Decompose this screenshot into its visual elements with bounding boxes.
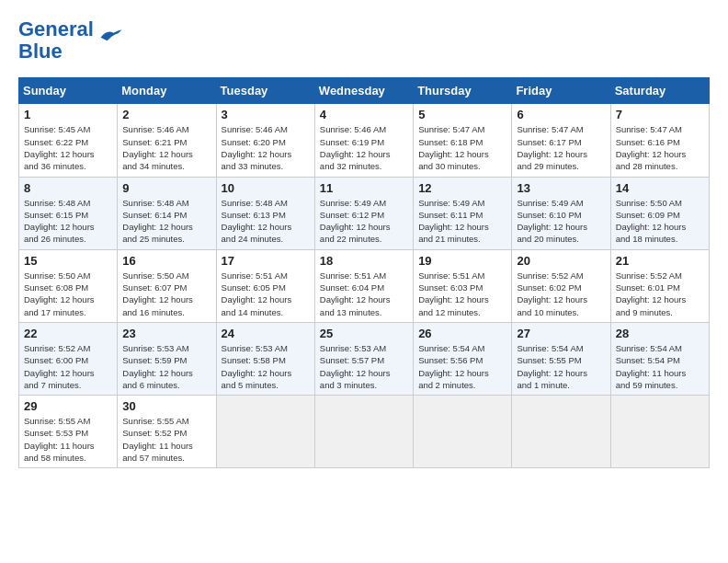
calendar-cell: 10Sunrise: 5:48 AM Sunset: 6:13 PM Dayli… [216, 177, 314, 249]
calendar-cell [414, 396, 512, 468]
calendar-cell: 21Sunrise: 5:52 AM Sunset: 6:01 PM Dayli… [610, 249, 709, 322]
calendar-week-5: 29Sunrise: 5:55 AM Sunset: 5:53 PM Dayli… [19, 396, 710, 468]
day-info: Sunrise: 5:50 AM Sunset: 6:09 PM Dayligh… [616, 197, 704, 246]
calendar-cell: 2Sunrise: 5:46 AM Sunset: 6:21 PM Daylig… [118, 104, 216, 177]
calendar-cell: 28Sunrise: 5:54 AM Sunset: 5:54 PM Dayli… [610, 322, 709, 395]
day-number: 6 [517, 108, 605, 121]
day-info: Sunrise: 5:51 AM Sunset: 6:04 PM Dayligh… [320, 270, 408, 318]
calendar-cell: 6Sunrise: 5:47 AM Sunset: 6:17 PM Daylig… [512, 104, 610, 177]
day-info: Sunrise: 5:46 AM Sunset: 6:21 PM Dayligh… [122, 123, 210, 172]
day-info: Sunrise: 5:45 AM Sunset: 6:22 PM Dayligh… [24, 123, 112, 172]
weekday-header-monday: Monday [118, 78, 216, 104]
calendar-week-1: 1Sunrise: 5:45 AM Sunset: 6:22 PM Daylig… [19, 104, 710, 177]
weekday-header-saturday: Saturday [610, 78, 709, 104]
day-number: 7 [616, 108, 704, 121]
day-number: 16 [122, 254, 210, 268]
day-info: Sunrise: 5:52 AM Sunset: 6:01 PM Dayligh… [616, 270, 704, 318]
day-number: 2 [122, 108, 210, 121]
calendar-cell: 30Sunrise: 5:55 AM Sunset: 5:52 PM Dayli… [118, 396, 216, 468]
day-number: 28 [616, 327, 704, 340]
day-number: 10 [222, 181, 310, 195]
day-number: 4 [320, 108, 408, 121]
calendar-cell: 3Sunrise: 5:46 AM Sunset: 6:20 PM Daylig… [216, 104, 314, 177]
day-info: Sunrise: 5:54 AM Sunset: 5:54 PM Dayligh… [616, 342, 704, 391]
calendar-cell: 19Sunrise: 5:51 AM Sunset: 6:03 PM Dayli… [414, 249, 512, 322]
logo: GeneralBlue [18, 18, 123, 63]
day-info: Sunrise: 5:47 AM Sunset: 6:18 PM Dayligh… [418, 123, 506, 172]
day-number: 18 [320, 254, 408, 268]
day-info: Sunrise: 5:49 AM Sunset: 6:12 PM Dayligh… [320, 197, 408, 246]
day-number: 13 [517, 181, 605, 195]
day-number: 21 [616, 254, 704, 268]
day-info: Sunrise: 5:46 AM Sunset: 6:20 PM Dayligh… [222, 123, 310, 172]
logo-bird-icon [97, 28, 123, 44]
day-info: Sunrise: 5:48 AM Sunset: 6:13 PM Dayligh… [222, 197, 310, 246]
day-info: Sunrise: 5:51 AM Sunset: 6:05 PM Dayligh… [222, 270, 310, 318]
calendar-table: SundayMondayTuesdayWednesdayThursdayFrid… [18, 77, 710, 468]
calendar-cell: 7Sunrise: 5:47 AM Sunset: 6:16 PM Daylig… [610, 104, 709, 177]
day-number: 23 [122, 327, 210, 340]
day-number: 11 [320, 181, 408, 195]
day-info: Sunrise: 5:54 AM Sunset: 5:56 PM Dayligh… [418, 342, 506, 391]
day-info: Sunrise: 5:52 AM Sunset: 6:02 PM Dayligh… [517, 270, 605, 318]
day-number: 1 [24, 108, 112, 121]
calendar-cell [216, 396, 314, 468]
calendar-cell: 15Sunrise: 5:50 AM Sunset: 6:08 PM Dayli… [19, 249, 118, 322]
day-number: 25 [320, 327, 408, 340]
day-info: Sunrise: 5:48 AM Sunset: 6:14 PM Dayligh… [122, 197, 210, 246]
calendar-cell: 11Sunrise: 5:49 AM Sunset: 6:12 PM Dayli… [314, 177, 413, 249]
page-header: GeneralBlue [18, 18, 710, 63]
day-info: Sunrise: 5:53 AM Sunset: 5:57 PM Dayligh… [320, 342, 408, 391]
calendar-cell: 9Sunrise: 5:48 AM Sunset: 6:14 PM Daylig… [118, 177, 216, 249]
day-info: Sunrise: 5:53 AM Sunset: 5:58 PM Dayligh… [222, 342, 310, 391]
weekday-header-tuesday: Tuesday [216, 78, 314, 104]
calendar-cell: 4Sunrise: 5:46 AM Sunset: 6:19 PM Daylig… [314, 104, 413, 177]
calendar-cell: 27Sunrise: 5:54 AM Sunset: 5:55 PM Dayli… [512, 322, 610, 395]
calendar-cell: 25Sunrise: 5:53 AM Sunset: 5:57 PM Dayli… [314, 322, 413, 395]
weekday-header-thursday: Thursday [414, 78, 512, 104]
calendar-cell: 23Sunrise: 5:53 AM Sunset: 5:59 PM Dayli… [118, 322, 216, 395]
calendar-cell: 26Sunrise: 5:54 AM Sunset: 5:56 PM Dayli… [414, 322, 512, 395]
calendar-cell: 16Sunrise: 5:50 AM Sunset: 6:07 PM Dayli… [118, 249, 216, 322]
calendar-cell [314, 396, 413, 468]
day-info: Sunrise: 5:54 AM Sunset: 5:55 PM Dayligh… [517, 342, 605, 391]
day-number: 26 [418, 327, 506, 340]
day-number: 3 [222, 108, 310, 121]
day-info: Sunrise: 5:52 AM Sunset: 6:00 PM Dayligh… [24, 342, 112, 391]
calendar-header-row: SundayMondayTuesdayWednesdayThursdayFrid… [19, 78, 710, 104]
day-info: Sunrise: 5:50 AM Sunset: 6:08 PM Dayligh… [24, 270, 112, 318]
day-info: Sunrise: 5:50 AM Sunset: 6:07 PM Dayligh… [122, 270, 210, 318]
calendar-cell: 22Sunrise: 5:52 AM Sunset: 6:00 PM Dayli… [19, 322, 118, 395]
day-info: Sunrise: 5:49 AM Sunset: 6:11 PM Dayligh… [418, 197, 506, 246]
day-number: 22 [24, 327, 112, 340]
calendar-week-3: 15Sunrise: 5:50 AM Sunset: 6:08 PM Dayli… [19, 249, 710, 322]
day-number: 30 [122, 399, 210, 413]
day-number: 29 [24, 399, 112, 413]
day-info: Sunrise: 5:48 AM Sunset: 6:15 PM Dayligh… [24, 197, 112, 246]
day-number: 5 [418, 108, 506, 121]
day-info: Sunrise: 5:55 AM Sunset: 5:52 PM Dayligh… [122, 415, 210, 464]
day-number: 19 [418, 254, 506, 268]
weekday-header-wednesday: Wednesday [314, 78, 413, 104]
day-number: 8 [24, 181, 112, 195]
calendar-cell: 24Sunrise: 5:53 AM Sunset: 5:58 PM Dayli… [216, 322, 314, 395]
calendar-cell: 20Sunrise: 5:52 AM Sunset: 6:02 PM Dayli… [512, 249, 610, 322]
calendar-cell: 13Sunrise: 5:49 AM Sunset: 6:10 PM Dayli… [512, 177, 610, 249]
calendar-cell: 14Sunrise: 5:50 AM Sunset: 6:09 PM Dayli… [610, 177, 709, 249]
day-number: 12 [418, 181, 506, 195]
calendar-cell [610, 396, 709, 468]
day-info: Sunrise: 5:47 AM Sunset: 6:17 PM Dayligh… [517, 123, 605, 172]
weekday-header-friday: Friday [512, 78, 610, 104]
day-number: 20 [517, 254, 605, 268]
day-info: Sunrise: 5:47 AM Sunset: 6:16 PM Dayligh… [616, 123, 704, 172]
calendar-week-4: 22Sunrise: 5:52 AM Sunset: 6:00 PM Dayli… [19, 322, 710, 395]
day-info: Sunrise: 5:53 AM Sunset: 5:59 PM Dayligh… [122, 342, 210, 391]
day-number: 27 [517, 327, 605, 340]
calendar-cell: 1Sunrise: 5:45 AM Sunset: 6:22 PM Daylig… [19, 104, 118, 177]
day-info: Sunrise: 5:55 AM Sunset: 5:53 PM Dayligh… [24, 415, 112, 464]
day-number: 9 [122, 181, 210, 195]
calendar-week-2: 8Sunrise: 5:48 AM Sunset: 6:15 PM Daylig… [19, 177, 710, 249]
calendar-cell [512, 396, 610, 468]
day-info: Sunrise: 5:46 AM Sunset: 6:19 PM Dayligh… [320, 123, 408, 172]
day-number: 24 [222, 327, 310, 340]
